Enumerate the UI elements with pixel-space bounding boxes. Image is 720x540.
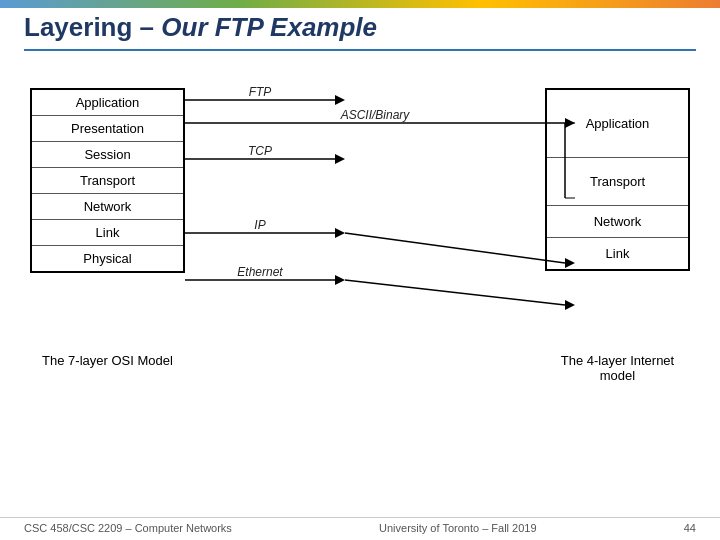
svg-text:ASCII/Binary: ASCII/Binary [340, 108, 411, 122]
internet-model-box: Application Transport Network Link [545, 88, 690, 271]
top-bar [0, 0, 720, 8]
osi-layer-link: Link [32, 220, 183, 246]
osi-model-box: Application Presentation Session Transpo… [30, 88, 185, 273]
osi-layer-network: Network [32, 194, 183, 220]
footer-right: University of Toronto – Fall 2019 [379, 522, 537, 534]
page-title-area: Layering – Our FTP Example [24, 12, 696, 51]
svg-marker-7 [335, 154, 345, 164]
osi-layer-physical: Physical [32, 246, 183, 271]
osi-layer-transport: Transport [32, 168, 183, 194]
svg-marker-18 [335, 275, 345, 285]
osi-model-label: The 7-layer OSI Model [30, 353, 185, 368]
svg-marker-13 [335, 228, 345, 238]
inet-layer-transport: Transport [547, 158, 688, 206]
svg-text:TCP: TCP [248, 144, 272, 158]
svg-text:IP: IP [254, 218, 265, 232]
title-prefix: Layering – [24, 12, 161, 42]
footer: CSC 458/CSC 2209 – Computer Networks Uni… [0, 517, 720, 534]
diagram: Application Presentation Session Transpo… [10, 68, 710, 500]
footer-left: CSC 458/CSC 2209 – Computer Networks [24, 522, 232, 534]
inet-layer-network: Network [547, 206, 688, 238]
osi-layer-session: Session [32, 142, 183, 168]
svg-marker-1 [335, 95, 345, 105]
svg-line-15 [345, 233, 565, 263]
osi-layer-application: Application [32, 90, 183, 116]
inet-layer-link: Link [547, 238, 688, 269]
inet-layer-application: Application [547, 90, 688, 158]
footer-page: 44 [684, 522, 696, 534]
page-title: Layering – Our FTP Example [24, 12, 696, 43]
osi-layer-presentation: Presentation [32, 116, 183, 142]
svg-text:FTP: FTP [249, 85, 272, 99]
svg-line-20 [345, 280, 565, 305]
svg-text:Ethernet: Ethernet [237, 265, 283, 279]
svg-marker-21 [565, 300, 575, 310]
inet-model-label: The 4-layer Internet model [545, 353, 690, 383]
title-italic: Our FTP Example [161, 12, 377, 42]
